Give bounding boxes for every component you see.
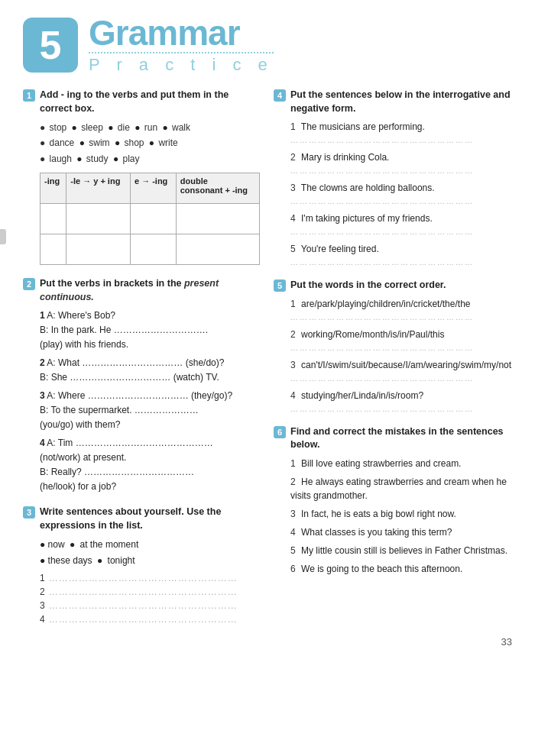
- bullet: ●: [115, 137, 120, 148]
- item-num: 1: [290, 121, 296, 132]
- bullet: ●: [40, 555, 45, 566]
- section-6-header: 6 Find and correct the mistakes in the s…: [274, 425, 512, 452]
- bullet: ●: [72, 122, 77, 133]
- col-left: 1 Add - ing to the verbs and put them in…: [23, 89, 260, 637]
- section-1: 1 Add - ing to the verbs and put them in…: [23, 89, 260, 265]
- section-4-num: 4: [274, 89, 286, 102]
- bullet: ●: [149, 137, 154, 148]
- table-header-le: -le → y + ing: [66, 173, 131, 204]
- list-item: 5 My little cousin still is believes in …: [290, 544, 512, 557]
- qa: 4 A: Tim ………………………………………: [40, 436, 260, 450]
- qa: (not/work) at present.: [40, 451, 260, 464]
- item-text: You're feeling tired.: [301, 244, 379, 254]
- bullet: ●: [135, 122, 140, 133]
- list-item: 3 In fact, he is eats a big bowl right n…: [290, 507, 512, 521]
- section-3-title: Write sentences about yourself. Use the …: [40, 506, 260, 532]
- item-text: We is going to the beach this afternoon.: [301, 564, 462, 574]
- section-1-words: ● stop ● sleep ● die ● run ● walk ● danc…: [40, 120, 260, 166]
- bullet: ●: [40, 122, 45, 133]
- title-practice: P r a c t i c e: [89, 52, 274, 75]
- page-number: 33: [501, 636, 512, 648]
- list-item: 1 Bill love eating strawberries and crea…: [290, 457, 512, 470]
- item-num: 3: [290, 183, 296, 193]
- item-text: I'm taking pictures of my friends.: [301, 213, 433, 224]
- qa: 1 A: Where's Bob?: [40, 309, 260, 322]
- qa: 3 A: Where …………………………… (they/go)?: [40, 389, 260, 402]
- page-strip: [0, 229, 6, 244]
- dots: ……………………………………………………: [290, 226, 512, 237]
- page: 5 Grammar P r a c t i c e 1 Add - ing to…: [0, 0, 535, 660]
- section-4-items: 1 The musicians are performing. ………………………: [290, 120, 512, 268]
- qa: 2 A: What …………………………… (she/do)?: [40, 356, 260, 370]
- item-text: working/Rome/month/is/in/Paul/this: [301, 329, 444, 340]
- bullet: ●: [40, 137, 45, 148]
- bullet: ●: [76, 153, 82, 164]
- section-3-header: 3 Write sentences about yourself. Use th…: [23, 506, 260, 532]
- qa: B: To the supermarket. …………………: [40, 403, 260, 417]
- bullet: ●: [97, 555, 102, 566]
- ex-item: 1 A: Where's Bob? B: In the park. He …………: [40, 309, 260, 351]
- list-item: 2 He always eating strawberries and crea…: [290, 475, 512, 502]
- section-1-num: 1: [23, 89, 35, 102]
- write-line: 1…………………………………………………: [40, 573, 260, 583]
- bullet: ●: [162, 122, 167, 133]
- item-text: In fact, he is eats a big bowl right now…: [301, 509, 456, 519]
- item-num: 1: [290, 299, 296, 309]
- section-6-items: 1 Bill love eating strawberries and crea…: [290, 457, 512, 576]
- dots: ……………………………………………………: [290, 403, 512, 415]
- list-item: 1 The musicians are performing. ………………………: [290, 120, 512, 146]
- table-cell: [41, 234, 66, 265]
- qa: (you/go) with them?: [40, 418, 260, 431]
- ex-item: 3 A: Where …………………………… (they/go)? B: To …: [40, 389, 260, 431]
- section-1-header: 1 Add - ing to the verbs and put them in…: [23, 89, 260, 115]
- section-5-items: 1 are/park/playing/children/in/cricket/t…: [290, 297, 512, 415]
- section-2-items: 1 A: Where's Bob? B: In the park. He …………: [40, 309, 260, 493]
- table-cell: [66, 234, 131, 265]
- dots: ……………………………………………………: [290, 257, 512, 268]
- dots: ……………………………………………………: [290, 134, 512, 146]
- item-num: 3: [290, 360, 296, 370]
- bullet: ●: [113, 153, 118, 164]
- qa: B: In the park. He ………………………….: [40, 323, 260, 337]
- qa: (play) with his friends.: [40, 338, 260, 351]
- section-6: 6 Find and correct the mistakes in the s…: [274, 425, 512, 576]
- write-line: 4…………………………………………………: [40, 614, 260, 625]
- chapter-number: 5: [23, 18, 78, 73]
- item-text: What classes is you taking this term?: [301, 527, 452, 538]
- section-6-title: Find and correct the mistakes in the sen…: [290, 425, 512, 452]
- list-item: 6 We is going to the beach this afternoo…: [290, 562, 512, 576]
- bullet: ●: [108, 122, 113, 133]
- item-text: Bill love eating strawberries and cream.: [301, 458, 461, 469]
- section-3-expressions: ● now ● at the moment ● these days ● ton…: [40, 537, 260, 568]
- item-text: studying/her/Linda/in/is/room?: [301, 390, 423, 401]
- table-cell: [66, 204, 131, 234]
- list-item: 5 You're feeling tired. ……………………………………………: [290, 242, 512, 268]
- section-5: 5 Put the words in the correct order. 1 …: [274, 279, 512, 415]
- item-text: He always eating strawberries and cream …: [290, 477, 507, 501]
- dots: ……………………………………………………: [290, 342, 512, 354]
- item-text: The musicians are performing.: [301, 121, 425, 132]
- qa: B: She …………………………… (watch) TV.: [40, 370, 260, 384]
- list-item: 4 What classes is you taking this term?: [290, 525, 512, 539]
- header: 5 Grammar P r a c t i c e: [23, 15, 512, 75]
- bullet: ●: [40, 539, 45, 550]
- item-num: 2: [290, 152, 296, 163]
- table-cell: [176, 204, 259, 234]
- list-item: 4 I'm taking pictures of my friends. …………: [290, 212, 512, 237]
- section-3-lines: 1………………………………………………… 2…………………………………………………: [40, 573, 260, 625]
- write-line: 3…………………………………………………: [40, 600, 260, 611]
- col-right: 4 Put the sentences below in the interro…: [274, 89, 512, 637]
- item-num: 4: [290, 213, 296, 224]
- table-header-e: e → -ing: [130, 173, 176, 204]
- list-item: 3 can't/I/swim/suit/because/I/am/wearing…: [290, 358, 512, 384]
- table-header-double: doubleconsonant + -ing: [176, 173, 259, 204]
- table-cell: [130, 204, 176, 234]
- bullet: ●: [40, 153, 45, 164]
- section-2-num: 2: [23, 278, 35, 290]
- item-num: 4: [290, 390, 296, 401]
- table-cell: [176, 234, 259, 265]
- bullet: ●: [79, 137, 85, 148]
- columns: 1 Add - ing to the verbs and put them in…: [23, 89, 512, 637]
- list-item: 2 Mary is drinking Cola. …………………………………………: [290, 150, 512, 176]
- item-num: 5: [290, 244, 296, 254]
